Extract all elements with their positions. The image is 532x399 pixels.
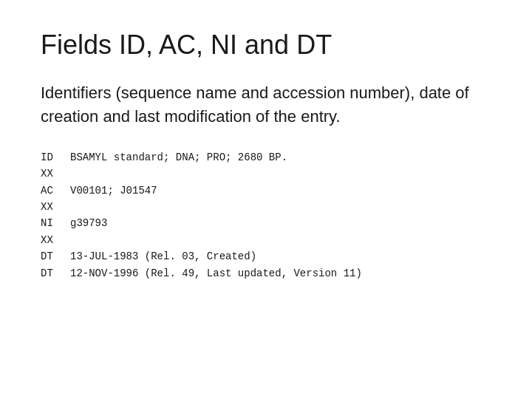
code-field-value: V00101; J01547 — [70, 183, 157, 199]
table-row: NIg39793 — [41, 215, 491, 231]
code-field-value: 13-JUL-1983 (Rel. 03, Created) — [70, 248, 256, 265]
code-field-label: DT — [41, 265, 70, 282]
page-title: Fields ID, AC, NI and DT — [41, 30, 491, 61]
table-row: DT12-NOV-1996 (Rel. 49, Last updated, Ve… — [41, 265, 491, 282]
code-field-label: XX — [41, 199, 70, 215]
description-text: Identifiers (sequence name and accession… — [41, 81, 491, 129]
code-block: IDBSAMYL standard; DNA; PRO; 2680 BP.XXA… — [41, 149, 491, 282]
code-field-value: g39793 — [70, 215, 107, 231]
code-field-label: AC — [41, 183, 70, 199]
code-field-value: 12-NOV-1996 (Rel. 49, Last updated, Vers… — [70, 265, 362, 282]
table-row: DT13-JUL-1983 (Rel. 03, Created) — [41, 248, 491, 265]
code-field-label: ID — [41, 149, 70, 166]
table-row: ACV00101; J01547 — [41, 183, 491, 199]
table-row: XX — [41, 166, 491, 182]
page: Fields ID, AC, NI and DT Identifiers (se… — [0, 0, 532, 399]
code-field-label: NI — [41, 215, 70, 231]
code-field-label: XX — [41, 166, 70, 182]
code-field-label: XX — [41, 232, 70, 248]
code-field-label: DT — [41, 248, 70, 265]
code-field-value: BSAMYL standard; DNA; PRO; 2680 BP. — [70, 149, 287, 166]
table-row: XX — [41, 199, 491, 215]
table-row: XX — [41, 232, 491, 248]
table-row: IDBSAMYL standard; DNA; PRO; 2680 BP. — [41, 149, 491, 166]
